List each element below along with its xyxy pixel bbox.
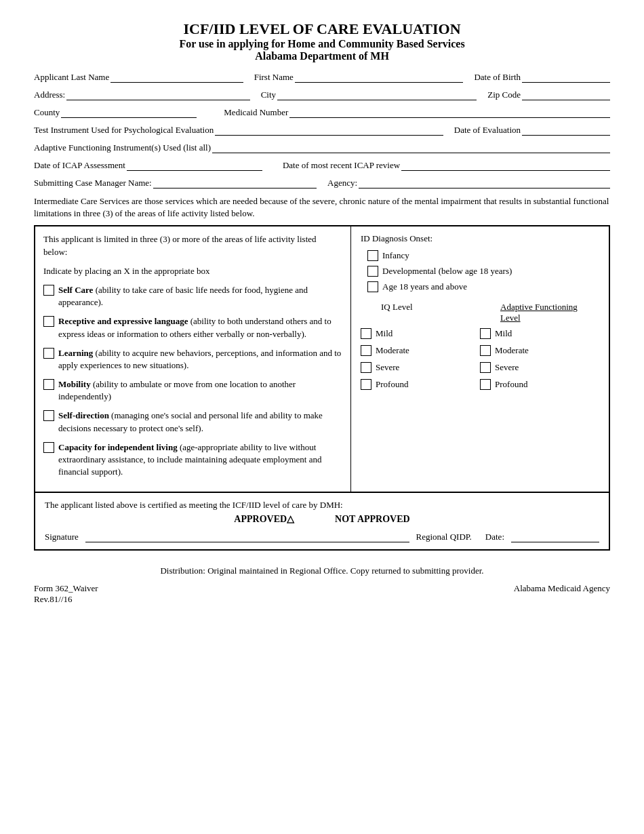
label-medicaid: Medicaid Number	[224, 107, 288, 118]
label-adaptive: Adaptive Functioning Instrument(s) Used …	[34, 142, 211, 153]
label-age18: Age 18 years and above	[382, 281, 467, 292]
input-address[interactable]	[66, 90, 249, 100]
checkbox-developmental[interactable]	[367, 266, 378, 277]
field-county: County	[34, 107, 197, 118]
description-text: Intermediate Care Services are those ser…	[34, 195, 610, 220]
checkbox-self-care[interactable]	[43, 285, 54, 296]
iq-cell-mild-right: Mild	[480, 327, 599, 339]
checkbox-age18[interactable]	[367, 281, 378, 292]
approved-label: APPROVED△	[234, 513, 294, 525]
sig-label: Signature	[45, 532, 79, 542]
iq-cell-moderate-right: Moderate	[480, 344, 599, 356]
label-address: Address:	[34, 90, 65, 100]
checkbox-self-direction[interactable]	[43, 410, 54, 421]
text-mobility: Mobility (ability to ambulate or move fr…	[58, 378, 342, 403]
checkbox-iq-profound[interactable]	[361, 379, 371, 390]
label-county: County	[34, 107, 60, 118]
item-self-care: Self Care (ability to take care of basic…	[43, 284, 342, 309]
text-learning: Learning (ability to acquire new behavio…	[58, 347, 342, 372]
not-approved-label: NOT APPROVED	[335, 514, 410, 525]
checkbox-adaptive-profound[interactable]	[480, 379, 491, 390]
input-medicaid[interactable]	[289, 107, 610, 118]
field-case-manager: Submitting Case Manager Name:	[34, 178, 317, 188]
footer: Form 362_Waiver Rev.81//16 Alabama Medic…	[34, 583, 610, 605]
label-adaptive-moderate: Moderate	[495, 345, 529, 356]
checkbox-iq-mild[interactable]	[361, 328, 371, 339]
iq-cell-severe-left: Severe	[361, 361, 480, 373]
field-zip: Zip Code	[487, 90, 610, 100]
text-receptive-language: Receptive and expressive language (abili…	[58, 315, 342, 340]
input-county[interactable]	[61, 107, 197, 118]
input-test-instrument[interactable]	[215, 125, 443, 136]
field-recent-icap: Date of most recent ICAP review	[283, 160, 610, 171]
label-last-name: Applicant Last Name	[34, 72, 109, 83]
label-dob: Date of Birth	[474, 72, 521, 83]
footer-left: Form 362_Waiver Rev.81//16	[34, 583, 98, 605]
label-iq-severe: Severe	[376, 362, 399, 373]
iq-row-moderate: Moderate Moderate	[361, 344, 599, 356]
intro-text-1: This applicant is limited in three (3) o…	[43, 233, 342, 258]
label-iq-profound: Profound	[376, 379, 408, 390]
checkbox-receptive-language[interactable]	[43, 316, 54, 327]
checkbox-mobility[interactable]	[43, 379, 54, 390]
label-recent-icap: Date of most recent ICAP review	[283, 160, 400, 171]
input-adaptive[interactable]	[212, 142, 610, 153]
iq-cell-mild-left: Mild	[361, 327, 480, 339]
checkbox-iq-moderate[interactable]	[361, 345, 371, 356]
input-date[interactable]	[511, 532, 599, 542]
label-case-manager: Submitting Case Manager Name:	[34, 178, 152, 188]
checkbox-iq-severe[interactable]	[361, 362, 371, 373]
certification-box: The applicant listed above is certified …	[34, 493, 610, 551]
field-agency: Agency:	[327, 178, 610, 188]
field-test-instrument: Test Instrument Used for Psychological E…	[34, 125, 443, 136]
checkbox-adaptive-moderate[interactable]	[480, 345, 491, 356]
input-icap-date[interactable]	[127, 160, 262, 171]
iq-header-row: IQ Level Adaptive Functioning Level	[361, 302, 599, 323]
input-recent-icap[interactable]	[401, 160, 610, 171]
footer-right: Alabama Medicaid Agency	[514, 583, 610, 605]
page-header: ICF/IID LEVEL OF CARE EVALUATION For use…	[34, 20, 610, 62]
label-icap-date: Date of ICAP Assessment	[34, 160, 125, 171]
label-test-instrument: Test Instrument Used for Psychological E…	[34, 125, 214, 136]
input-last-name[interactable]	[110, 72, 243, 83]
checkbox-infancy[interactable]	[367, 250, 378, 261]
input-first-name[interactable]	[295, 72, 464, 83]
label-zip: Zip Code	[487, 90, 521, 100]
input-dob[interactable]	[522, 72, 610, 83]
input-city[interactable]	[277, 90, 477, 100]
cert-row: APPROVED△ NOT APPROVED	[45, 513, 599, 525]
checkbox-learning[interactable]	[43, 348, 54, 359]
iq-row-profound: Profound Profound	[361, 378, 599, 390]
label-iq-mild: Mild	[376, 328, 393, 339]
iq-cell-severe-right: Severe	[480, 361, 599, 373]
row-county-medicaid: County Medicaid Number	[34, 107, 610, 118]
input-signature[interactable]	[85, 532, 409, 542]
date-label: Date:	[485, 532, 504, 542]
title-line3: Alabama Department of MH	[34, 50, 610, 62]
field-date-eval: Date of Evaluation	[454, 125, 610, 136]
input-date-eval[interactable]	[522, 125, 610, 136]
checkbox-adaptive-mild[interactable]	[480, 328, 491, 339]
iq-header-iq: IQ Level	[361, 302, 480, 323]
label-first-name: First Name	[254, 72, 294, 83]
left-column: This applicant is limited in three (3) o…	[35, 226, 351, 492]
label-date-eval: Date of Evaluation	[454, 125, 521, 136]
input-case-manager[interactable]	[153, 178, 317, 188]
row-name-dob: Applicant Last Name First Name Date of B…	[34, 72, 610, 83]
item-receptive-language: Receptive and expressive language (abili…	[43, 315, 342, 340]
input-agency[interactable]	[359, 178, 610, 188]
label-city: City	[261, 90, 276, 100]
checkbox-independent-living[interactable]	[43, 442, 54, 453]
checkbox-adaptive-severe[interactable]	[480, 362, 491, 373]
iq-cell-profound-left: Profound	[361, 378, 480, 390]
label-agency: Agency:	[327, 178, 357, 188]
form-fields: Applicant Last Name First Name Date of B…	[34, 72, 610, 188]
label-iq-level: IQ Level	[381, 302, 413, 312]
text-independent-living: Capacity for independent living (age-app…	[58, 441, 342, 479]
field-first-name: First Name	[254, 72, 464, 83]
input-zip[interactable]	[522, 90, 610, 100]
diagnosis-developmental: Developmental (below age 18 years)	[367, 265, 599, 277]
right-column: ID Diagnosis Onset: Infancy Developmenta…	[351, 226, 609, 492]
field-dob: Date of Birth	[474, 72, 610, 83]
field-medicaid: Medicaid Number	[224, 107, 610, 118]
